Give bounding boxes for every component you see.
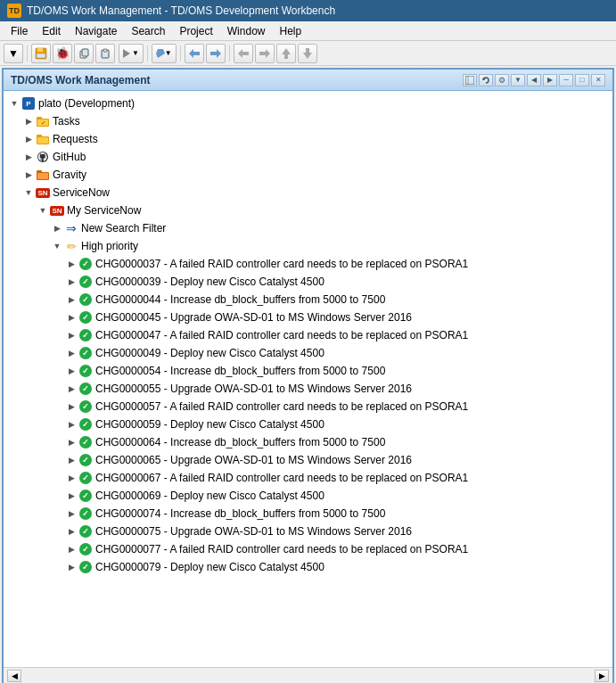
tree-item-chg77[interactable]: ▶ ✓ CHG0000077 - A failed RAID controlle… bbox=[4, 540, 612, 558]
toggle-chg55[interactable]: ▶ bbox=[64, 380, 78, 398]
menu-navigate[interactable]: Navigate bbox=[68, 23, 124, 39]
toggle-github[interactable]: ▶ bbox=[21, 148, 36, 166]
toggle-chg37[interactable]: ▶ bbox=[64, 255, 78, 273]
toolbar-btn-down-arrow[interactable] bbox=[298, 44, 317, 63]
toggle-chg39[interactable]: ▶ bbox=[64, 273, 78, 291]
tree-item-github[interactable]: ▶ GitHub bbox=[4, 148, 612, 166]
tree-item-plato[interactable]: ▼ P plato (Development) bbox=[4, 95, 612, 112]
svg-marker-7 bbox=[123, 49, 130, 58]
toggle-chg65[interactable]: ▶ bbox=[64, 451, 78, 469]
panel-refresh-btn[interactable] bbox=[479, 74, 493, 86]
toggle-requests[interactable]: ▶ bbox=[21, 130, 36, 148]
toggle-plato[interactable]: ▼ bbox=[7, 95, 21, 112]
tree-item-chg45[interactable]: ▶ ✓ CHG0000045 - Upgrade OWA-SD-01 to MS… bbox=[4, 309, 612, 326]
svg-rect-1 bbox=[37, 48, 43, 52]
toggle-chg54[interactable]: ▶ bbox=[64, 362, 78, 380]
tree-item-chg54[interactable]: ▶ ✓ CHG0000054 - Increase db_block_buffe… bbox=[4, 362, 612, 380]
tree-item-servicenow[interactable]: ▼ SN ServiceNow bbox=[4, 184, 612, 202]
menu-help[interactable]: Help bbox=[272, 23, 308, 39]
tree-item-chg65[interactable]: ▶ ✓ CHG0000065 - Upgrade OWA-SD-01 to MS… bbox=[4, 451, 612, 469]
toolbar-btn-fwd[interactable] bbox=[206, 44, 226, 63]
panel-maximize-btn[interactable]: □ bbox=[575, 74, 589, 86]
chg75-icon: ✓ bbox=[78, 524, 93, 539]
panel-close-btn[interactable]: ✕ bbox=[591, 74, 605, 86]
toggle-chg44[interactable]: ▶ bbox=[64, 291, 78, 309]
toolbar-btn-save[interactable] bbox=[31, 44, 51, 63]
toggle-tasks[interactable]: ▶ bbox=[21, 112, 36, 130]
requests-icon bbox=[36, 132, 50, 146]
tree-label-chg49: CHG0000049 - Deploy new Cisco Catalyst 4… bbox=[95, 347, 324, 359]
svg-marker-11 bbox=[238, 49, 249, 58]
tree-item-chg47[interactable]: ▶ ✓ CHG0000047 - A failed RAID controlle… bbox=[4, 326, 612, 344]
panel-nav-right-btn[interactable]: ▶ bbox=[543, 74, 557, 86]
tree-item-gravity[interactable]: ▶ Gravity bbox=[4, 166, 612, 184]
chg65-icon: ✓ bbox=[78, 453, 93, 467]
toolbar-btn-copy[interactable] bbox=[74, 44, 94, 63]
panel-minimize-btn[interactable]: ─ bbox=[559, 74, 573, 86]
panel-nav-left-btn[interactable]: ◀ bbox=[527, 74, 541, 86]
toggle-chg59[interactable]: ▶ bbox=[64, 416, 78, 433]
toggle-chg77[interactable]: ▶ bbox=[64, 540, 78, 558]
toolbar-btn-right[interactable] bbox=[255, 44, 275, 63]
panel-dropdown-btn[interactable]: ▼ bbox=[511, 74, 525, 86]
toggle-high-priority[interactable]: ▼ bbox=[50, 237, 64, 255]
tree-item-chg79[interactable]: ▶ ✓ CHG0000079 - Deploy new Cisco Cataly… bbox=[4, 558, 612, 576]
tree-item-chg75[interactable]: ▶ ✓ CHG0000075 - Upgrade OWA-SD-01 to MS… bbox=[4, 523, 612, 540]
toggle-chg57[interactable]: ▶ bbox=[64, 398, 78, 416]
toggle-new-filter[interactable]: ▶ bbox=[50, 219, 64, 237]
tree-item-tasks[interactable]: ▶ ✓ Tasks bbox=[4, 112, 612, 130]
tree-item-my-sn[interactable]: ▼ SN My ServiceNow bbox=[4, 202, 612, 219]
toggle-chg49[interactable]: ▶ bbox=[64, 344, 78, 362]
tree-item-chg64[interactable]: ▶ ✓ CHG0000064 - Increase db_block_buffe… bbox=[4, 433, 612, 451]
tree-container[interactable]: ▼ P plato (Development) ▶ ✓ Tasks ▶ bbox=[4, 91, 612, 667]
menu-edit[interactable]: Edit bbox=[35, 23, 68, 39]
status-next-btn[interactable]: ▶ bbox=[595, 670, 609, 682]
toolbar-btn-back[interactable] bbox=[185, 44, 204, 63]
svg-rect-28 bbox=[37, 173, 48, 179]
toggle-chg74[interactable]: ▶ bbox=[64, 505, 78, 523]
svg-marker-13 bbox=[282, 48, 291, 59]
menu-window[interactable]: Window bbox=[220, 23, 273, 39]
panel-sync-btn[interactable] bbox=[463, 74, 477, 86]
tree-item-chg39[interactable]: ▶ ✓ CHG0000039 - Deploy new Cisco Cataly… bbox=[4, 273, 612, 291]
tree-item-high-priority[interactable]: ▼ ✏ High priority bbox=[4, 237, 612, 255]
panel-settings-btn[interactable]: ⚙ bbox=[495, 74, 509, 86]
menu-project[interactable]: Project bbox=[172, 23, 219, 39]
tree-item-chg59[interactable]: ▶ ✓ CHG0000059 - Deploy new Cisco Cataly… bbox=[4, 416, 612, 433]
tree-item-chg49[interactable]: ▶ ✓ CHG0000049 - Deploy new Cisco Cataly… bbox=[4, 344, 612, 362]
toolbar-btn-up[interactable] bbox=[276, 44, 296, 63]
toggle-chg67[interactable]: ▶ bbox=[64, 469, 78, 487]
toolbar-dropdown-2[interactable]: ▼ bbox=[119, 44, 144, 63]
separator-4 bbox=[229, 45, 230, 62]
toggle-chg64[interactable]: ▶ bbox=[64, 433, 78, 451]
tree-item-chg57[interactable]: ▶ ✓ CHG0000057 - A failed RAID controlle… bbox=[4, 398, 612, 416]
toggle-chg79[interactable]: ▶ bbox=[64, 558, 78, 576]
toolbar-btn-bug[interactable]: 🐞 bbox=[53, 44, 72, 63]
tree-label-github: GitHub bbox=[53, 151, 86, 163]
toggle-my-sn[interactable]: ▼ bbox=[36, 202, 50, 219]
tree-item-requests[interactable]: ▶ Requests bbox=[4, 130, 612, 148]
tree-item-chg55[interactable]: ▶ ✓ CHG0000055 - Upgrade OWA-SD-01 to MS… bbox=[4, 380, 612, 398]
toggle-chg45[interactable]: ▶ bbox=[64, 309, 78, 326]
toolbar-btn-left[interactable] bbox=[234, 44, 253, 63]
menu-file[interactable]: File bbox=[4, 23, 35, 39]
tree-item-chg44[interactable]: ▶ ✓ CHG0000044 - Increase db_block_buffe… bbox=[4, 291, 612, 309]
window-title: TD/OMS Work Management - TD/OMS Developm… bbox=[27, 4, 335, 17]
menu-search[interactable]: Search bbox=[124, 23, 172, 39]
toolbar-dropdown-1[interactable]: ▼ bbox=[4, 44, 23, 63]
toggle-chg75[interactable]: ▶ bbox=[64, 523, 78, 540]
toggle-chg47[interactable]: ▶ bbox=[64, 326, 78, 344]
tree-item-chg67[interactable]: ▶ ✓ CHG0000067 - A failed RAID controlle… bbox=[4, 469, 612, 487]
toolbar-dropdown-3[interactable]: ▼ bbox=[152, 44, 177, 63]
toggle-servicenow[interactable]: ▼ bbox=[21, 184, 36, 202]
status-prev-btn[interactable]: ◀ bbox=[7, 670, 21, 682]
tree-item-chg74[interactable]: ▶ ✓ CHG0000074 - Increase db_block_buffe… bbox=[4, 505, 612, 523]
tree-item-chg37[interactable]: ▶ ✓ CHG0000037 - A failed RAID controlle… bbox=[4, 255, 612, 273]
toolbar-btn-paste[interactable] bbox=[95, 44, 115, 63]
tree-item-chg69[interactable]: ▶ ✓ CHG0000069 - Deploy new Cisco Cataly… bbox=[4, 487, 612, 505]
tree-label-chg64: CHG0000064 - Increase db_block_buffers f… bbox=[95, 436, 385, 448]
tree-item-new-filter[interactable]: ▶ ⇒ New Search Filter bbox=[4, 219, 612, 237]
toggle-chg69[interactable]: ▶ bbox=[64, 487, 78, 505]
separator-1 bbox=[27, 45, 28, 62]
toggle-gravity[interactable]: ▶ bbox=[21, 166, 36, 184]
